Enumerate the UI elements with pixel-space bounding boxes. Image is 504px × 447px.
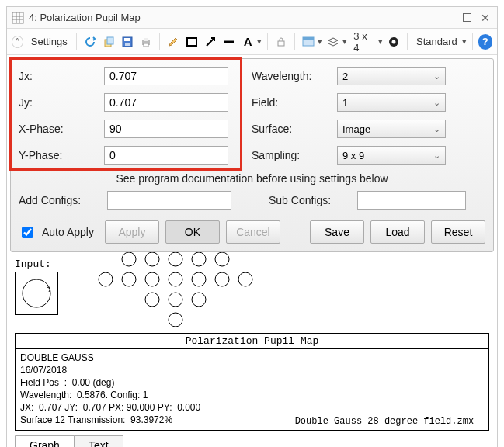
settings-panel: Jx: Jy: X-Phase: Y-Phase: Wavelength: 2⌄…: [10, 58, 494, 252]
tab-text[interactable]: Text: [74, 435, 123, 447]
auto-apply-checkbox[interactable]: [22, 227, 33, 238]
svg-point-19: [169, 252, 182, 266]
chevron-down-icon: ⌄: [433, 98, 440, 108]
print-icon[interactable]: [138, 33, 154, 50]
jy-input[interactable]: [104, 93, 228, 112]
svg-point-20: [192, 252, 206, 266]
add-configs-label: Add Configs:: [19, 194, 104, 206]
grid-dropdown[interactable]: ▾: [378, 36, 383, 47]
target-icon[interactable]: [386, 33, 401, 50]
svg-rect-10: [187, 38, 196, 46]
load-button[interactable]: Load: [370, 220, 425, 244]
svg-point-29: [145, 293, 159, 307]
wavelength-select[interactable]: 2⌄: [337, 67, 446, 85]
grid-label[interactable]: 3 x 4: [350, 30, 377, 54]
svg-point-18: [145, 252, 159, 266]
svg-point-31: [192, 293, 206, 307]
maximize-button[interactable]: [460, 11, 474, 25]
svg-point-24: [145, 272, 159, 286]
tab-graph[interactable]: Graph: [15, 435, 75, 447]
svg-rect-6: [125, 43, 130, 46]
xphase-label: X-Phase:: [19, 123, 104, 135]
reset-button[interactable]: Reset: [431, 220, 485, 244]
save-button[interactable]: Save: [310, 220, 364, 244]
input-label: Input:: [15, 258, 58, 270]
svg-rect-1: [463, 14, 471, 22]
mode-label[interactable]: Standard: [413, 36, 461, 47]
window-layout-dropdown[interactable]: ▾: [318, 36, 322, 47]
cancel-button[interactable]: Cancel: [226, 220, 280, 244]
sub-configs-label: Sub Configs:: [269, 194, 354, 206]
svg-rect-9: [144, 43, 148, 47]
arrow-icon[interactable]: [203, 33, 218, 50]
chevron-down-icon: ⌄: [433, 124, 440, 134]
close-button[interactable]: ✕: [478, 11, 492, 25]
svg-rect-8: [144, 38, 148, 41]
bottom-tabs: Graph Text: [15, 435, 489, 447]
sampling-label: Sampling:: [252, 149, 337, 161]
settings-label[interactable]: Settings: [28, 36, 71, 47]
save-icon[interactable]: [120, 33, 135, 50]
svg-point-15: [392, 40, 396, 43]
window-title: 4: Polarization Pupil Map: [29, 12, 441, 23]
jx-input[interactable]: [104, 67, 228, 85]
add-configs-input[interactable]: [107, 191, 231, 210]
sub-configs-input[interactable]: [357, 191, 466, 210]
svg-point-22: [99, 272, 113, 286]
svg-point-32: [169, 313, 182, 327]
input-polarization-box: [15, 272, 58, 315]
collapse-icon[interactable]: ^: [12, 36, 23, 48]
surface-select[interactable]: Image⌄: [337, 120, 446, 138]
svg-rect-5: [124, 38, 130, 41]
rect-icon[interactable]: [184, 33, 200, 50]
lock-icon[interactable]: [273, 33, 289, 50]
layers-dropdown[interactable]: ▾: [342, 36, 347, 47]
svg-point-26: [192, 272, 206, 286]
info-text: DOUBLE GAUSS 16/07/2018 Field Pos : 0.00…: [16, 349, 290, 430]
copy-icon[interactable]: [101, 33, 116, 50]
yphase-input[interactable]: [104, 146, 228, 165]
info-filename: Double Gauss 28 degree field.zmx: [290, 349, 488, 430]
svg-point-30: [169, 293, 182, 307]
svg-point-16: [23, 279, 50, 307]
surface-label: Surface:: [252, 123, 337, 135]
jx-label: Jx:: [19, 70, 104, 82]
xphase-input[interactable]: [104, 120, 228, 138]
layers-icon[interactable]: [325, 33, 341, 50]
svg-point-28: [238, 272, 252, 286]
info-title: Polarization Pupil Map: [15, 333, 489, 348]
toolbar: ^ Settings A ▾ ▾ ▾ 3 x 4 ▾ Standard ▾ ?: [7, 29, 497, 55]
svg-rect-13: [303, 37, 314, 40]
minimize-button[interactable]: –: [441, 11, 455, 25]
mode-dropdown[interactable]: ▾: [462, 36, 467, 47]
help-icon[interactable]: ?: [478, 34, 492, 50]
text-dropdown-icon[interactable]: ▾: [257, 36, 262, 47]
text-icon[interactable]: A: [240, 33, 255, 50]
titlebar: 4: Polarization Pupil Map – ✕: [7, 7, 497, 29]
jy-label: Jy:: [19, 96, 104, 109]
svg-point-23: [122, 272, 136, 286]
field-select[interactable]: 1⌄: [337, 93, 446, 112]
canvas-area: Input:: [7, 255, 497, 328]
window-root: 4: Polarization Pupil Map – ✕ ^ Settings…: [6, 6, 498, 447]
svg-point-21: [215, 252, 229, 266]
line-icon[interactable]: [221, 33, 237, 50]
chevron-down-icon: ⌄: [433, 151, 440, 161]
pupil-circle-grid: [97, 251, 254, 328]
svg-point-25: [169, 272, 182, 286]
ok-button[interactable]: OK: [165, 220, 220, 244]
doc-note: See program documentation before using s…: [19, 172, 485, 185]
yphase-label: Y-Phase:: [19, 149, 104, 161]
wavelength-label: Wavelength:: [252, 70, 337, 82]
svg-point-17: [122, 252, 136, 266]
refresh-icon[interactable]: [82, 33, 98, 50]
sampling-select[interactable]: 9 x 9⌄: [337, 146, 446, 165]
apply-button[interactable]: Apply: [105, 220, 159, 244]
svg-rect-11: [278, 41, 284, 46]
svg-rect-3: [107, 37, 113, 44]
field-label: Field:: [252, 96, 337, 109]
window-layout-icon[interactable]: [301, 33, 316, 50]
app-icon: [12, 12, 24, 24]
chevron-down-icon: ⌄: [433, 71, 440, 81]
pencil-icon[interactable]: [165, 33, 181, 50]
